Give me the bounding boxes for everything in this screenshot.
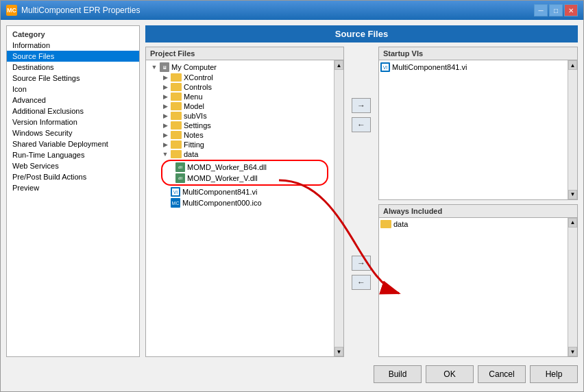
folder-icon [171, 140, 182, 149]
expand-icon: ▶ [160, 122, 171, 129]
tree-item-menu[interactable]: ▶ Menu [147, 92, 332, 101]
scroll-down-arrow[interactable]: ▼ [334, 347, 343, 356]
tree-item-controls[interactable]: ▶ Controls [147, 82, 332, 92]
ok-button[interactable]: OK [426, 365, 474, 383]
tree-item-xcontrol[interactable]: ▶ XControl [147, 73, 332, 82]
project-files-scrollbar[interactable]: ▲ ▼ [334, 60, 343, 356]
add-to-always-button[interactable]: → [352, 256, 371, 271]
sidebar-item-additional-exclusions[interactable]: Additional Exclusions [7, 106, 139, 117]
tree-item-momd-v[interactable]: dll MOMD_Worker_V.dll [163, 173, 326, 184]
remove-from-startup-button[interactable]: ← [352, 117, 371, 132]
startup-vis-scroll-area: VI MultiComponent841.vi ▲ ▼ [379, 60, 577, 199]
sidebar-item-run-time[interactable]: Run-Time Languages [7, 149, 139, 160]
maximize-button[interactable]: □ [549, 4, 563, 16]
main-window: MC MultiComponent EPR Properties ─ □ ✕ C… [0, 0, 584, 392]
scroll-up-arrow[interactable]: ▲ [568, 60, 577, 70]
folder-icon [171, 121, 182, 130]
project-files-scroll-area: ▼ 🖥 My Computer ▶ XControl [146, 60, 343, 356]
highlighted-dll-group: dll MOMD_Worker_B64.dll dll MOMD_Worker_… [161, 160, 328, 186]
tree-label: Notes [184, 131, 204, 139]
startup-vis-content: VI MultiComponent841.vi [379, 60, 568, 199]
tree-label: XControl [184, 73, 213, 82]
scroll-down-arrow[interactable]: ▼ [568, 347, 577, 356]
scroll-up-arrow[interactable]: ▲ [334, 60, 343, 70]
data-folder-group: ▼ data dll MO [147, 149, 332, 186]
startup-vis-panel: Startup VIs VI MultiComponent841.vi ▲ [378, 47, 578, 200]
startup-vis-scrollbar[interactable]: ▲ ▼ [568, 60, 577, 199]
expand-icon: ▶ [160, 112, 171, 119]
tree-item-model[interactable]: ▶ Model [147, 101, 332, 111]
tree-label: data [184, 150, 198, 158]
remove-from-always-button[interactable]: ← [352, 275, 371, 290]
folder-icon [171, 93, 182, 101]
title-bar-left: MC MultiComponent EPR Properties [6, 5, 140, 16]
tree-item-subvis[interactable]: ▶ subVIs [147, 111, 332, 121]
tree-label: Settings [184, 121, 211, 130]
always-included-content: data [379, 218, 568, 357]
sidebar-item-windows-security[interactable]: Windows Security [7, 127, 139, 138]
tree-label: MOMD_Worker_B64.dll [187, 163, 267, 171]
expand-icon: ▶ [160, 93, 171, 100]
sidebar-item-source-files[interactable]: Source Files [7, 51, 139, 62]
always-included-item[interactable]: data [380, 219, 566, 229]
panels-area: Project Files ▼ 🖥 My Computer [145, 47, 578, 357]
dll-icon: dll [175, 162, 185, 172]
sidebar-item-information[interactable]: Information [7, 40, 139, 51]
build-button[interactable]: Build [374, 365, 422, 383]
title-buttons: ─ □ ✕ [534, 4, 578, 16]
help-button[interactable]: Help [530, 365, 578, 383]
tree-item-data[interactable]: ▼ data [147, 149, 332, 159]
expand-icon: ▼ [149, 64, 160, 71]
sidebar-item-preview[interactable]: Preview [7, 182, 139, 193]
window-title: MultiComponent EPR Properties [21, 5, 140, 15]
tree-item-notes[interactable]: ▶ Notes [147, 130, 332, 140]
sidebar-item-version-information[interactable]: Version Information [7, 117, 139, 127]
tree-item-momd-b64[interactable]: dll MOMD_Worker_B64.dll [163, 162, 326, 173]
title-bar: MC MultiComponent EPR Properties ─ □ ✕ [1, 1, 583, 20]
always-included-header: Always Included [379, 205, 577, 218]
scroll-up-arrow[interactable]: ▲ [568, 218, 577, 228]
tree-label: Controls [184, 83, 212, 91]
tree-label: subVIs [184, 112, 207, 120]
expand-icon: ▶ [160, 103, 171, 110]
tree-item-my-computer[interactable]: ▼ 🖥 My Computer [147, 62, 332, 73]
mc-icon: MC [171, 198, 180, 208]
tree-item-mc000ico[interactable]: MC MultiComponent000.ico [147, 197, 332, 208]
folder-icon [171, 150, 182, 158]
always-included-panel: Always Included data ▲ [378, 204, 578, 358]
scroll-down-arrow[interactable]: ▼ [568, 190, 577, 199]
tree-item-settings[interactable]: ▶ Settings [147, 121, 332, 130]
sidebar-item-destinations[interactable]: Destinations [7, 62, 139, 73]
sidebar-item-web-services[interactable]: Web Services [7, 160, 139, 171]
folder-icon [171, 112, 182, 120]
tree-item-fitting[interactable]: ▶ Fitting [147, 140, 332, 149]
folder-icon [171, 131, 182, 139]
close-button[interactable]: ✕ [564, 4, 578, 16]
tree-label: Model [184, 102, 204, 110]
expand-icon: ▶ [160, 84, 171, 90]
tree-label: MOMD_Worker_V.dll [187, 174, 258, 182]
add-to-startup-button[interactable]: → [352, 98, 371, 113]
sidebar-item-advanced[interactable]: Advanced [7, 95, 139, 106]
sidebar-item-source-file-settings[interactable]: Source File Settings [7, 73, 139, 84]
folder-icon [171, 73, 182, 82]
always-included-scrollbar[interactable]: ▲ ▼ [568, 218, 577, 357]
tree-label: Fitting [184, 140, 204, 149]
app-icon: MC [6, 5, 17, 16]
expand-icon: ▶ [160, 141, 171, 148]
top-arrows-group: → ← [348, 47, 374, 184]
computer-icon: 🖥 [160, 62, 169, 72]
main-content: Category Information Source Files Destin… [1, 20, 583, 391]
sidebar-item-shared-variable[interactable]: Shared Variable Deployment [7, 138, 139, 149]
content-area: Source Files Project Files ▼ [145, 25, 578, 357]
sidebar-item-icon[interactable]: Icon [7, 84, 139, 95]
category-header: Category [7, 29, 139, 40]
category-panel: Category Information Source Files Destin… [6, 25, 140, 357]
startup-vi-item[interactable]: VI MultiComponent841.vi [380, 62, 566, 73]
sidebar-item-pre-post-build[interactable]: Pre/Post Build Actions [7, 171, 139, 182]
always-included-label: data [393, 220, 408, 228]
cancel-button[interactable]: Cancel [478, 365, 526, 383]
tree-item-mc841vi[interactable]: VI MultiComponent841.vi [147, 186, 332, 197]
body-area: Category Information Source Files Destin… [6, 25, 578, 357]
minimize-button[interactable]: ─ [534, 4, 548, 16]
